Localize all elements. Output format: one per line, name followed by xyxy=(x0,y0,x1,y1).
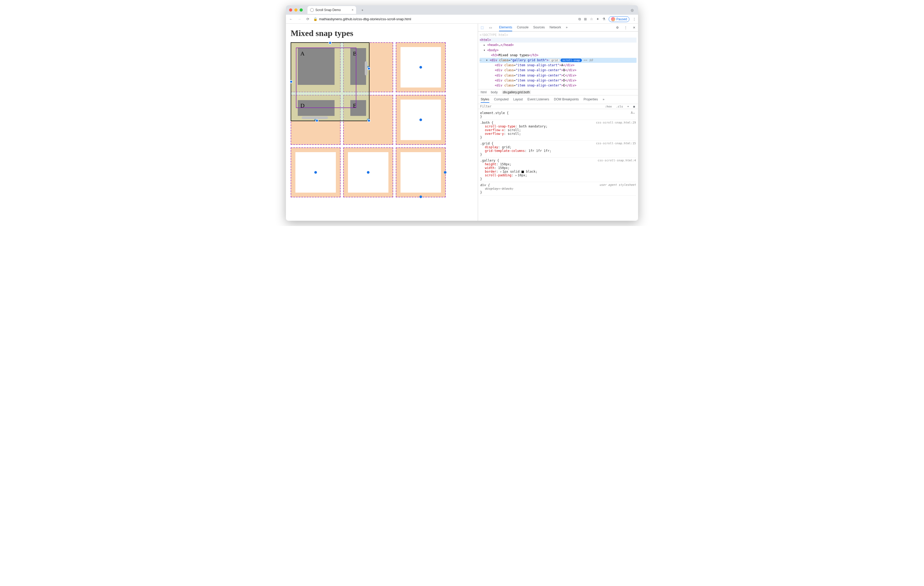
maximize-window-icon[interactable] xyxy=(300,8,303,12)
crumb-html[interactable]: html xyxy=(481,91,487,94)
reload-button[interactable]: ⟳ xyxy=(305,16,311,22)
lab-icon[interactable]: ⚗ xyxy=(602,17,606,21)
styles-pane[interactable]: Aₐ element.style { } css-scroll-snap.htm… xyxy=(478,109,638,221)
bookmark-icon[interactable]: ☆ xyxy=(590,17,593,21)
menu-icon[interactable]: ⋮ xyxy=(632,17,636,21)
doctype: <!DOCTYPE html> xyxy=(480,33,637,38)
address-bar[interactable]: 🔒 mathiasbynens.github.io/css-dbg-storie… xyxy=(313,17,576,21)
dom-item: <div class="item snap-align-center">C</d… xyxy=(480,73,637,78)
breadcrumb: html body div.gallery.grid.both xyxy=(478,89,638,96)
tab-network[interactable]: Network xyxy=(549,24,561,31)
crumb-body[interactable]: body xyxy=(491,91,498,94)
styles-filter-input[interactable] xyxy=(480,105,602,108)
scroll-padding-box xyxy=(296,48,356,108)
styles-tab-styles[interactable]: Styles xyxy=(481,96,489,103)
styles-tab-domb[interactable]: DOM Breakpoints xyxy=(554,96,579,103)
snap-cell xyxy=(396,95,446,145)
snap-cell xyxy=(396,147,446,197)
resize-handle[interactable] xyxy=(367,119,371,122)
styles-tab-layout[interactable]: Layout xyxy=(513,96,523,103)
close-devtools-icon[interactable]: ✕ xyxy=(632,25,637,30)
hov-toggle[interactable]: :hov xyxy=(604,105,613,108)
resize-handle[interactable] xyxy=(290,80,293,83)
styles-tab-computed[interactable]: Computed xyxy=(494,96,508,103)
dom-item: <div class="item snap-align-center">B</d… xyxy=(480,68,637,73)
panel-toggle-icon[interactable]: ▣ xyxy=(632,105,636,108)
new-tab-button[interactable]: + xyxy=(359,7,366,13)
styles-tab-overflow-icon[interactable]: » xyxy=(602,96,604,103)
styles-tab-props[interactable]: Properties xyxy=(584,96,598,103)
titlebar: Scroll Snap Demo × + ◎ xyxy=(286,5,638,15)
gallery-overlay: A B D E xyxy=(290,42,448,200)
dom-h3: <h3>Mixed snap types</h3> xyxy=(480,53,637,58)
tab-title: Scroll Snap Demo xyxy=(315,8,341,12)
rule-element-style: Aₐ element.style { } xyxy=(480,110,636,120)
rendered-page: Mixed snap types A B D E xyxy=(286,24,478,221)
badge-grid[interactable]: grid xyxy=(549,59,559,62)
styles-tab-event[interactable]: Event Listeners xyxy=(528,96,549,103)
dom-tree[interactable]: <!DOCTYPE html> <html> ▸ <head>…</head> … xyxy=(478,31,638,89)
browser-window: Scroll Snap Demo × + ◎ ← → ⟳ 🔒 mathiasby… xyxy=(286,5,638,221)
add-rule-icon[interactable]: + xyxy=(626,105,630,108)
tab-elements[interactable]: Elements xyxy=(499,24,512,31)
extensions-icon[interactable]: ✦ xyxy=(596,17,599,21)
snap-cell xyxy=(343,147,393,197)
profile-paused[interactable]: Paused xyxy=(609,16,629,22)
traffic-lights xyxy=(289,8,303,12)
browser-tab[interactable]: Scroll Snap Demo × xyxy=(307,6,356,14)
lock-icon: 🔒 xyxy=(313,17,317,21)
back-button[interactable]: ← xyxy=(288,16,294,22)
close-tab-icon[interactable]: × xyxy=(351,8,353,12)
dom-item: <div class="item snap-align-center">D</d… xyxy=(480,78,637,83)
dom-item: <div class="item snap-align-center">E</d… xyxy=(480,83,637,88)
dom-body: ▾ <body> xyxy=(480,48,637,53)
badge-scroll-snap[interactable]: scroll-snap xyxy=(561,59,582,62)
settings-icon[interactable]: ⚙ xyxy=(615,25,620,30)
resize-handle[interactable] xyxy=(315,119,318,122)
cls-toggle[interactable]: .cls xyxy=(615,105,624,108)
rule-div: user agent stylesheet div { display: blo… xyxy=(480,182,636,195)
toolbar: ← → ⟳ 🔒 mathiasbynens.github.io/css-dbg-… xyxy=(286,15,638,24)
qr-icon[interactable]: ⊞ xyxy=(584,17,587,21)
content-area: Mixed snap types A B D E xyxy=(286,24,638,221)
close-window-icon[interactable] xyxy=(289,8,292,12)
devtools-panel: ⬚ ▭ Elements Console Sources Network » ⚙… xyxy=(478,24,638,221)
device-mode-icon[interactable]: ▭ xyxy=(488,25,493,30)
dom-item: <div class="item snap-align-start">A</di… xyxy=(480,63,637,68)
dom-html: <html> xyxy=(480,38,637,43)
rule-grid: css-scroll-snap.html:15 .grid { display:… xyxy=(480,140,636,158)
forward-button[interactable]: → xyxy=(297,16,302,22)
resize-handle[interactable] xyxy=(328,41,332,45)
tabs-overflow-icon[interactable]: » xyxy=(566,24,568,31)
inspect-icon[interactable]: ⬚ xyxy=(480,25,484,30)
globe-icon xyxy=(310,8,314,12)
scrollbar-horizontal[interactable] xyxy=(302,116,328,119)
snap-cell xyxy=(396,42,446,92)
dom-gallery[interactable]: ⋯ ▾ <div class="gallery grid both">grids… xyxy=(480,58,637,63)
minimize-window-icon[interactable] xyxy=(294,8,297,12)
account-icon[interactable]: ◎ xyxy=(629,7,635,13)
devtools-toolbar: ⬚ ▭ Elements Console Sources Network » ⚙… xyxy=(478,24,638,31)
tab-console[interactable]: Console xyxy=(517,24,528,31)
page-heading: Mixed snap types xyxy=(290,28,473,38)
resize-handle[interactable] xyxy=(367,67,371,70)
scrollbar-vertical[interactable] xyxy=(365,61,367,76)
rule-gallery: css-scroll-snap.html:4 .gallery { height… xyxy=(480,158,636,182)
url: mathiasbynens.github.io/css-dbg-stories/… xyxy=(319,17,411,21)
color-swatch-icon[interactable] xyxy=(521,170,524,173)
styles-tabs: Styles Computed Layout Event Listeners D… xyxy=(478,96,638,104)
avatar-icon xyxy=(611,17,615,21)
device-icon[interactable]: ⧉ xyxy=(578,17,581,21)
snap-cell xyxy=(290,147,341,197)
dom-head: ▸ <head>…</head> xyxy=(480,43,637,48)
crumb-selected[interactable]: div.gallery.grid.both xyxy=(502,91,531,94)
more-icon[interactable]: ⋮ xyxy=(624,25,628,30)
font-icon[interactable]: Aₐ xyxy=(631,111,635,115)
styles-filter-row: :hov .cls + ▣ xyxy=(478,104,638,109)
tab-sources[interactable]: Sources xyxy=(533,24,545,31)
rule-both: css-scroll-snap.html:29 .both { scroll-s… xyxy=(480,120,636,140)
scroll-viewport[interactable]: A B D E xyxy=(290,42,370,121)
